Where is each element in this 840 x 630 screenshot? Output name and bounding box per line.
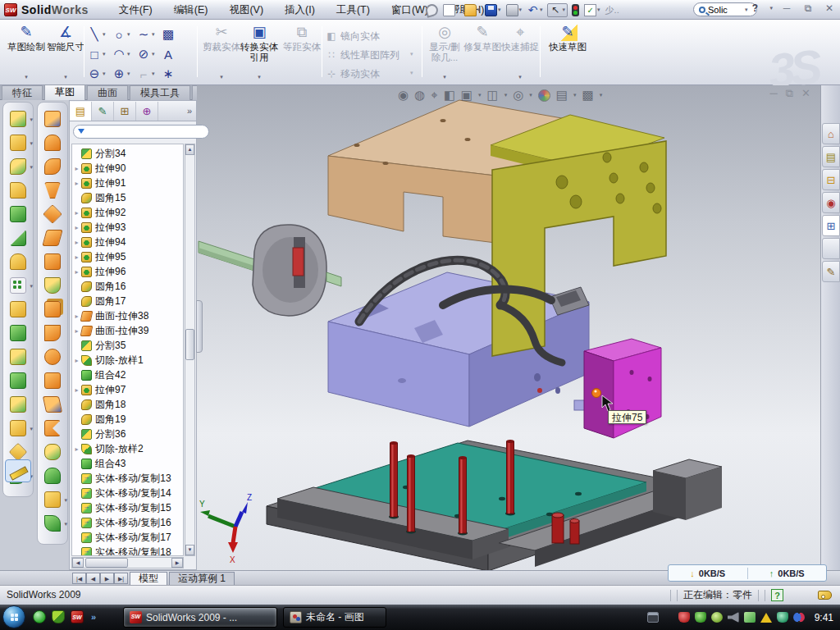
mirror-entities-button[interactable]: ◧ 镜向实体 bbox=[325, 28, 427, 44]
chevron-down-icon[interactable]: ▾ bbox=[478, 92, 482, 98]
offset-entities-button[interactable]: ⧉ 等距实体 bbox=[282, 22, 322, 83]
linear-pattern-icon[interactable]: ▾ bbox=[10, 277, 26, 294]
parting-surface-icon[interactable] bbox=[44, 135, 61, 151]
spline-curve-icon[interactable]: ▾ bbox=[44, 515, 61, 532]
tree-vertical-scrollbar[interactable]: ▲ ▼ bbox=[185, 144, 195, 556]
tree-item[interactable]: 实体-移动/复制18 bbox=[72, 545, 183, 556]
badge-tray-icon[interactable] bbox=[711, 612, 723, 623]
quick-snaps-button[interactable]: ⌖ 快速捕捉 ▾ bbox=[500, 22, 540, 83]
sync-tray-icon[interactable] bbox=[793, 612, 805, 623]
area-hatch-tool-button[interactable]: ▩ bbox=[161, 25, 182, 44]
tree-item[interactable]: 组合43 bbox=[72, 456, 183, 471]
expand-arrow-icon[interactable] bbox=[72, 239, 81, 246]
next-tab-button[interactable]: ▶ bbox=[100, 573, 114, 584]
expand-arrow-icon[interactable] bbox=[72, 165, 81, 172]
scroll-down-button[interactable]: ▼ bbox=[185, 545, 194, 555]
surface-fillet-icon[interactable] bbox=[44, 444, 61, 460]
tree-item[interactable]: 圆角19 bbox=[72, 412, 183, 427]
tree-item[interactable]: 圆角18 bbox=[72, 397, 183, 412]
taskbar-window-paint[interactable]: 未命名 - 画图 bbox=[283, 607, 386, 628]
surface-fill-icon[interactable] bbox=[44, 253, 61, 270]
apply-scene-icon[interactable]: ▤ bbox=[556, 88, 568, 103]
point-icon[interactable] bbox=[9, 443, 28, 462]
tree-item[interactable]: 组合42 bbox=[72, 368, 183, 382]
expand-arrow-icon[interactable] bbox=[72, 180, 81, 187]
tree-item[interactable]: 拉伸93 bbox=[72, 220, 183, 235]
filter-box[interactable] bbox=[73, 125, 209, 139]
tree-item[interactable]: 实体-移动/复制17 bbox=[72, 530, 183, 545]
tree-item[interactable]: 拉伸94 bbox=[72, 235, 183, 249]
scroll-up-button[interactable]: ▲ bbox=[185, 144, 194, 155]
expand-arrow-icon[interactable] bbox=[72, 445, 81, 453]
panel-splitter-handle[interactable] bbox=[196, 300, 203, 353]
view-palette-button[interactable]: ⊞ bbox=[822, 215, 840, 236]
search-input[interactable] bbox=[708, 5, 744, 15]
tree-item[interactable]: 实体-移动/复制15 bbox=[72, 500, 183, 515]
arc-tool-button[interactable]: ◠▾ bbox=[112, 44, 136, 64]
boss-extrude-icon[interactable]: ▾ bbox=[10, 111, 26, 127]
display-style-icon[interactable]: ◫ bbox=[487, 88, 499, 103]
solidworks-resources-button[interactable]: ⌂ bbox=[822, 123, 840, 144]
shell-icon[interactable] bbox=[10, 206, 26, 222]
accelerator-tray-icon[interactable] bbox=[695, 612, 706, 623]
appearances-scenes-button[interactable] bbox=[822, 238, 840, 259]
restore-button[interactable]: ⧉ bbox=[801, 2, 815, 15]
chevron-down-icon[interactable]: ▾ bbox=[410, 51, 413, 57]
combine-icon[interactable] bbox=[10, 372, 26, 389]
scrollbar-thumb[interactable] bbox=[85, 558, 128, 568]
antivirus-tray-icon[interactable] bbox=[678, 612, 690, 623]
messenger-icon[interactable] bbox=[33, 610, 46, 623]
tree-item[interactable]: 拉伸97 bbox=[72, 382, 183, 397]
extruded-cut-icon[interactable]: ▾ bbox=[10, 135, 26, 151]
first-tab-button[interactable]: |◀ bbox=[72, 573, 86, 584]
magnifying-glass-icon[interactable]: ⌖ bbox=[431, 88, 437, 103]
tab-surfaces[interactable]: 曲面 bbox=[87, 85, 128, 100]
elbow-surface-icon[interactable] bbox=[44, 325, 61, 341]
expand-arrow-icon[interactable] bbox=[72, 209, 81, 217]
extend-surface-icon[interactable] bbox=[43, 396, 62, 413]
graphics-viewport[interactable]: Y Z X ◉ ◍ ⌖ ◧ ▣▾ ◫▾ ◎▾ ▤▾ ▩▾ ─ ⧉ ✕ 拉伸7 bbox=[197, 85, 820, 570]
dome-icon[interactable] bbox=[10, 253, 26, 270]
chevron-down-icon[interactable]: ▾ bbox=[504, 92, 508, 98]
polygon-tool-button[interactable]: ⊕▾ bbox=[112, 64, 136, 84]
menu-insert[interactable]: 插入(I) bbox=[274, 1, 326, 19]
menu-edit[interactable]: 编辑(E) bbox=[163, 1, 219, 19]
keyboard-layout-icon[interactable] bbox=[647, 612, 659, 623]
scroll-left-button[interactable]: ◀ bbox=[72, 558, 84, 568]
tree-item[interactable]: 分割34 bbox=[72, 146, 183, 161]
trim-entities-button[interactable]: ✂ 剪裁实体 ▾ bbox=[202, 22, 241, 83]
rib-icon[interactable] bbox=[10, 301, 26, 317]
save-button[interactable]: ▾ bbox=[484, 2, 502, 18]
pin-toolbar-button[interactable] bbox=[425, 2, 439, 18]
chevron-down-icon[interactable]: ▾ bbox=[410, 70, 413, 76]
untrim-surface-icon[interactable] bbox=[44, 420, 61, 436]
tree-item[interactable]: 分割35 bbox=[72, 338, 183, 353]
scrollbar-thumb[interactable] bbox=[185, 329, 194, 360]
delete-face-icon[interactable] bbox=[44, 349, 61, 365]
file-explorer-button[interactable]: ⊟ bbox=[822, 169, 840, 190]
circle-tool-button[interactable]: ○▾ bbox=[112, 25, 136, 44]
draft-icon[interactable] bbox=[10, 230, 26, 246]
close-button[interactable]: ✕ bbox=[822, 2, 837, 15]
tree-item[interactable]: 曲面-拉伸38 bbox=[72, 308, 183, 323]
sprue-bushing-unit[interactable] bbox=[199, 225, 341, 316]
tree-item[interactable]: 曲面-拉伸39 bbox=[72, 323, 183, 338]
tree-item[interactable]: 切除-放样1 bbox=[72, 353, 183, 368]
section-view-icon[interactable]: ◧ bbox=[444, 88, 455, 103]
reference-geometry-icon[interactable]: ▾ bbox=[10, 420, 26, 436]
doc-restore-button[interactable]: ⧉ bbox=[786, 87, 793, 100]
status-help-icon[interactable]: ? bbox=[771, 589, 783, 601]
tree-item[interactable]: 圆角15 bbox=[72, 190, 183, 205]
tree-item[interactable]: 实体-移动/复制14 bbox=[72, 486, 183, 500]
tab-model[interactable]: 模型 bbox=[130, 572, 167, 585]
trim-surface-icon[interactable] bbox=[44, 158, 61, 175]
minimize-button[interactable]: ─ bbox=[779, 2, 794, 15]
rebuild-button[interactable] bbox=[571, 2, 580, 18]
scroll-right-button[interactable]: ▶ bbox=[171, 558, 183, 568]
menu-tools[interactable]: 工具(T) bbox=[326, 1, 381, 19]
tab-mold-tools[interactable]: 模具工具 bbox=[130, 85, 190, 100]
solidworks-search-button[interactable]: ◉ bbox=[822, 192, 840, 213]
rectangle-tool-button[interactable]: □▾ bbox=[87, 44, 112, 64]
expand-arrow-icon[interactable] bbox=[72, 268, 81, 276]
print-button[interactable]: ▾ bbox=[505, 2, 523, 18]
